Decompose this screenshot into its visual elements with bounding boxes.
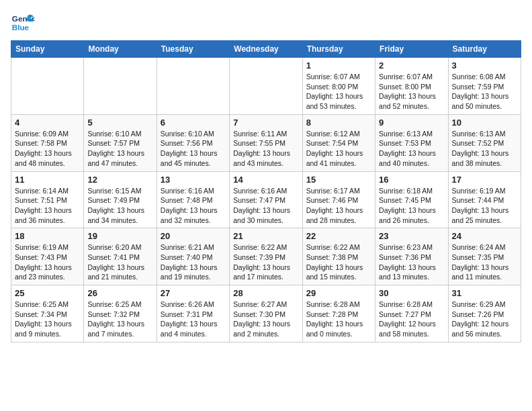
- week-row-5: 25Sunrise: 6:25 AM Sunset: 7:34 PM Dayli…: [11, 285, 521, 342]
- weekday-header-row: SundayMondayTuesdayWednesdayThursdayFrid…: [11, 41, 521, 58]
- day-number: 16: [379, 175, 444, 185]
- day-number: 30: [379, 288, 444, 298]
- day-number: 7: [233, 118, 298, 128]
- day-number: 19: [87, 231, 152, 241]
- calendar-cell: 1Sunrise: 6:07 AM Sunset: 8:00 PM Daylig…: [302, 58, 375, 115]
- day-number: 2: [379, 60, 444, 71]
- calendar-cell: 30Sunrise: 6:28 AM Sunset: 7:27 PM Dayli…: [375, 285, 448, 342]
- day-info: Sunrise: 6:10 AM Sunset: 7:56 PM Dayligh…: [161, 129, 226, 169]
- calendar-cell: 2Sunrise: 6:07 AM Sunset: 8:00 PM Daylig…: [375, 58, 448, 115]
- day-number: 14: [233, 175, 298, 185]
- day-number: 26: [87, 288, 152, 298]
- logo: General Blue: [11, 11, 35, 35]
- calendar-cell: 14Sunrise: 6:16 AM Sunset: 7:47 PM Dayli…: [230, 171, 302, 228]
- weekday-header-tuesday: Tuesday: [157, 41, 229, 58]
- day-info: Sunrise: 6:19 AM Sunset: 7:44 PM Dayligh…: [452, 186, 517, 226]
- day-info: Sunrise: 6:07 AM Sunset: 8:00 PM Dayligh…: [306, 72, 371, 111]
- calendar-cell: 17Sunrise: 6:19 AM Sunset: 7:44 PM Dayli…: [448, 171, 521, 228]
- day-number: 11: [15, 175, 80, 185]
- weekday-header-sunday: Sunday: [11, 41, 84, 58]
- calendar-cell: 16Sunrise: 6:18 AM Sunset: 7:45 PM Dayli…: [375, 171, 448, 228]
- day-number: 28: [233, 288, 298, 298]
- week-row-1: 1Sunrise: 6:07 AM Sunset: 8:00 PM Daylig…: [11, 58, 521, 115]
- header: General Blue: [11, 11, 521, 35]
- svg-text:Blue: Blue: [12, 23, 30, 32]
- calendar-cell: 19Sunrise: 6:20 AM Sunset: 7:41 PM Dayli…: [84, 228, 157, 285]
- day-info: Sunrise: 6:22 AM Sunset: 7:39 PM Dayligh…: [233, 242, 298, 282]
- day-info: Sunrise: 6:21 AM Sunset: 7:40 PM Dayligh…: [161, 242, 226, 282]
- day-info: Sunrise: 6:16 AM Sunset: 7:47 PM Dayligh…: [233, 186, 298, 226]
- day-number: 29: [306, 288, 371, 298]
- day-number: 10: [452, 118, 517, 128]
- day-number: 3: [452, 60, 517, 71]
- day-info: Sunrise: 6:09 AM Sunset: 7:58 PM Dayligh…: [15, 129, 80, 169]
- day-number: 5: [87, 118, 152, 128]
- day-info: Sunrise: 6:12 AM Sunset: 7:54 PM Dayligh…: [306, 129, 371, 169]
- weekday-header-wednesday: Wednesday: [230, 41, 302, 58]
- calendar-cell: 12Sunrise: 6:15 AM Sunset: 7:49 PM Dayli…: [84, 171, 157, 228]
- day-number: 22: [306, 231, 371, 241]
- calendar-cell: 7Sunrise: 6:11 AM Sunset: 7:55 PM Daylig…: [230, 114, 302, 171]
- day-info: Sunrise: 6:19 AM Sunset: 7:43 PM Dayligh…: [15, 242, 80, 282]
- day-number: 18: [15, 231, 80, 241]
- day-info: Sunrise: 6:25 AM Sunset: 7:34 PM Dayligh…: [15, 300, 80, 339]
- day-info: Sunrise: 6:28 AM Sunset: 7:28 PM Dayligh…: [306, 300, 371, 339]
- week-row-3: 11Sunrise: 6:14 AM Sunset: 7:51 PM Dayli…: [11, 171, 521, 228]
- day-info: Sunrise: 6:17 AM Sunset: 7:46 PM Dayligh…: [306, 186, 371, 226]
- day-number: 4: [15, 118, 80, 128]
- day-number: 6: [161, 118, 226, 128]
- calendar-cell: 29Sunrise: 6:28 AM Sunset: 7:28 PM Dayli…: [302, 285, 375, 342]
- calendar-cell: 15Sunrise: 6:17 AM Sunset: 7:46 PM Dayli…: [302, 171, 375, 228]
- day-number: 12: [87, 175, 152, 185]
- week-row-4: 18Sunrise: 6:19 AM Sunset: 7:43 PM Dayli…: [11, 228, 521, 285]
- weekday-header-monday: Monday: [84, 41, 157, 58]
- calendar-cell: 28Sunrise: 6:27 AM Sunset: 7:30 PM Dayli…: [230, 285, 302, 342]
- day-number: 21: [233, 231, 298, 241]
- weekday-header-thursday: Thursday: [302, 41, 375, 58]
- day-info: Sunrise: 6:22 AM Sunset: 7:38 PM Dayligh…: [306, 242, 371, 282]
- day-info: Sunrise: 6:20 AM Sunset: 7:41 PM Dayligh…: [87, 242, 152, 282]
- calendar-cell: 18Sunrise: 6:19 AM Sunset: 7:43 PM Dayli…: [11, 228, 84, 285]
- logo-icon: General Blue: [11, 11, 35, 35]
- calendar-cell: 5Sunrise: 6:10 AM Sunset: 7:57 PM Daylig…: [84, 114, 157, 171]
- calendar-cell: 8Sunrise: 6:12 AM Sunset: 7:54 PM Daylig…: [302, 114, 375, 171]
- calendar-cell: [84, 58, 157, 115]
- calendar-cell: 9Sunrise: 6:13 AM Sunset: 7:53 PM Daylig…: [375, 114, 448, 171]
- calendar-cell: 25Sunrise: 6:25 AM Sunset: 7:34 PM Dayli…: [11, 285, 84, 342]
- day-info: Sunrise: 6:27 AM Sunset: 7:30 PM Dayligh…: [233, 300, 298, 339]
- day-number: 1: [306, 60, 371, 71]
- calendar-cell: 22Sunrise: 6:22 AM Sunset: 7:38 PM Dayli…: [302, 228, 375, 285]
- day-number: 24: [452, 231, 517, 241]
- day-info: Sunrise: 6:29 AM Sunset: 7:26 PM Dayligh…: [452, 300, 517, 339]
- day-number: 8: [306, 118, 371, 128]
- day-info: Sunrise: 6:28 AM Sunset: 7:27 PM Dayligh…: [379, 300, 444, 339]
- week-row-2: 4Sunrise: 6:09 AM Sunset: 7:58 PM Daylig…: [11, 114, 521, 171]
- day-info: Sunrise: 6:26 AM Sunset: 7:31 PM Dayligh…: [161, 300, 226, 339]
- day-number: 13: [161, 175, 226, 185]
- calendar-cell: [11, 58, 84, 115]
- calendar-cell: 10Sunrise: 6:13 AM Sunset: 7:52 PM Dayli…: [448, 114, 521, 171]
- day-info: Sunrise: 6:13 AM Sunset: 7:52 PM Dayligh…: [452, 129, 517, 169]
- day-number: 17: [452, 175, 517, 185]
- calendar-cell: 3Sunrise: 6:08 AM Sunset: 7:59 PM Daylig…: [448, 58, 521, 115]
- weekday-header-saturday: Saturday: [448, 41, 521, 58]
- day-info: Sunrise: 6:18 AM Sunset: 7:45 PM Dayligh…: [379, 186, 444, 226]
- calendar-cell: 21Sunrise: 6:22 AM Sunset: 7:39 PM Dayli…: [230, 228, 302, 285]
- day-info: Sunrise: 6:10 AM Sunset: 7:57 PM Dayligh…: [87, 129, 152, 169]
- page: General Blue SundayMondayTuesdayWednesda…: [0, 0, 532, 349]
- calendar-cell: [230, 58, 302, 115]
- day-info: Sunrise: 6:07 AM Sunset: 8:00 PM Dayligh…: [379, 72, 444, 111]
- day-info: Sunrise: 6:25 AM Sunset: 7:32 PM Dayligh…: [87, 300, 152, 339]
- calendar-cell: 31Sunrise: 6:29 AM Sunset: 7:26 PM Dayli…: [448, 285, 521, 342]
- calendar-cell: 20Sunrise: 6:21 AM Sunset: 7:40 PM Dayli…: [157, 228, 229, 285]
- day-info: Sunrise: 6:23 AM Sunset: 7:36 PM Dayligh…: [379, 242, 444, 282]
- calendar-table: SundayMondayTuesdayWednesdayThursdayFrid…: [11, 40, 521, 342]
- day-number: 15: [306, 175, 371, 185]
- day-number: 25: [15, 288, 80, 298]
- weekday-header-friday: Friday: [375, 41, 448, 58]
- day-number: 9: [379, 118, 444, 128]
- day-info: Sunrise: 6:16 AM Sunset: 7:48 PM Dayligh…: [161, 186, 226, 226]
- calendar-cell: 11Sunrise: 6:14 AM Sunset: 7:51 PM Dayli…: [11, 171, 84, 228]
- day-info: Sunrise: 6:13 AM Sunset: 7:53 PM Dayligh…: [379, 129, 444, 169]
- calendar-cell: 13Sunrise: 6:16 AM Sunset: 7:48 PM Dayli…: [157, 171, 229, 228]
